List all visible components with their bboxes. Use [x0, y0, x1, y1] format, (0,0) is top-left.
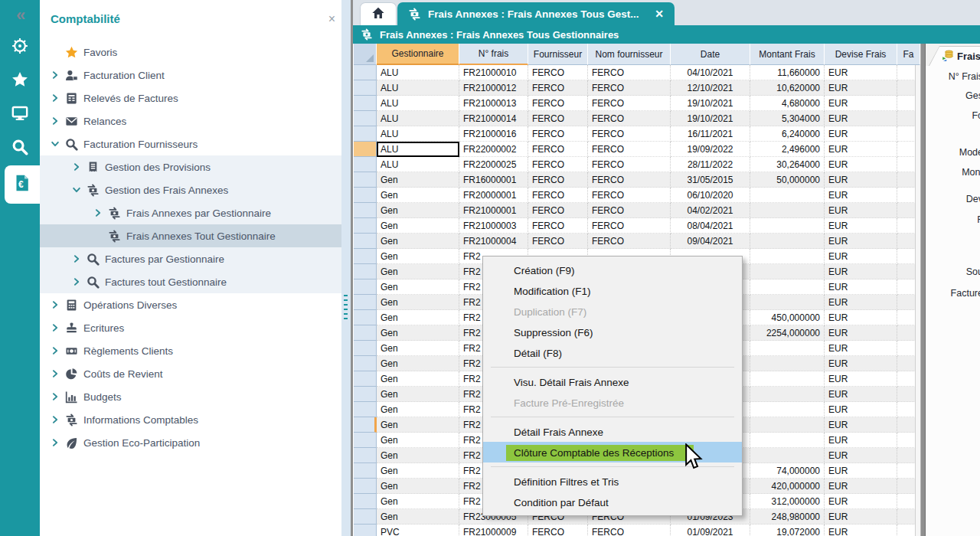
row-selector[interactable] — [354, 249, 377, 264]
cell-devise-frais[interactable]: EUR — [825, 402, 897, 417]
cell-devise-frais[interactable]: EUR — [825, 463, 897, 479]
cell-devise-frais[interactable]: EUR — [825, 234, 897, 249]
cell-montant-frais[interactable] — [750, 433, 825, 448]
col-header-nom-fournisseur[interactable]: Nom fournisseur — [588, 44, 671, 65]
nav-item-frais-annexes-tout-gestionnaire[interactable]: Frais Annexes Tout Gestionnaire — [40, 224, 341, 247]
row-selector[interactable] — [354, 111, 377, 126]
row-selector[interactable] — [354, 126, 377, 142]
cell-montant-frais[interactable]: 74,000000 — [750, 463, 825, 479]
row-selector[interactable] — [354, 203, 377, 218]
cell-nom-fournisseur[interactable]: FERCO — [588, 96, 671, 111]
chevron-right-icon[interactable] — [46, 438, 64, 447]
cell-date[interactable]: 16/11/2021 — [671, 126, 750, 142]
cell-montant-frais[interactable] — [750, 402, 825, 417]
table-row[interactable]: ALUFR22000025FERCOFERCO28/11/202230,2640… — [354, 157, 920, 172]
cell-fournisseur[interactable]: FERCO — [528, 157, 588, 172]
cell-gestionnaire[interactable]: ALU — [377, 96, 459, 111]
cell-date[interactable]: 04/02/2021 — [671, 203, 750, 218]
cell-date[interactable]: 31/05/2015 — [671, 172, 750, 188]
nav-item-r-glements-clients[interactable]: Règlements Clients — [40, 339, 341, 362]
cell-gestionnaire[interactable]: ALU — [377, 111, 459, 126]
cell-devise-frais[interactable]: EUR — [825, 111, 897, 126]
cell-montant-frais[interactable] — [750, 264, 825, 279]
cell-devise-frais[interactable]: EUR — [825, 509, 897, 525]
col-header-date[interactable]: Date — [671, 44, 750, 65]
tab-close-icon[interactable]: ✕ — [655, 8, 664, 20]
row-selector[interactable] — [354, 402, 377, 417]
panel-splitter[interactable] — [341, 0, 351, 536]
home-tab[interactable] — [360, 2, 397, 26]
row-selector[interactable] — [354, 494, 377, 509]
cell-fournisseur[interactable]: FERCO — [528, 172, 588, 188]
cell-fournisseur[interactable]: FERCO — [528, 203, 588, 218]
cell-montant-frais[interactable]: 450,000000 — [750, 310, 825, 325]
menu-item-visu-d-tail-frais-annexe[interactable]: Visu. Détail Frais Annexe — [483, 371, 742, 392]
chevron-right-icon[interactable] — [67, 162, 86, 172]
cell-devise-frais[interactable]: EUR — [825, 218, 897, 234]
cell-gestionnaire[interactable]: Gen — [377, 479, 459, 494]
cell-devise-frais[interactable]: EUR — [825, 172, 897, 188]
cell-fournisseur[interactable]: FERCO — [528, 126, 588, 142]
cell-devise-frais[interactable]: EUR — [825, 96, 897, 111]
menu-item-d-tail-f8-[interactable]: Détail (F8) — [483, 342, 742, 363]
cell-n-frais[interactable]: FR21000010 — [459, 65, 528, 80]
select-all-corner[interactable] — [354, 44, 377, 65]
cell-gestionnaire[interactable]: Gen — [377, 448, 459, 463]
menu-item-suppression-f6-[interactable]: Suppression (F6) — [483, 322, 742, 342]
cell-devise-frais[interactable]: EUR — [825, 203, 897, 218]
row-selector[interactable] — [354, 65, 377, 80]
cell-gestionnaire[interactable]: Gen — [377, 433, 459, 448]
row-selector[interactable] — [354, 264, 377, 279]
cell-n-frais[interactable]: FR21000004 — [459, 234, 528, 249]
table-row[interactable]: ALUFR21000010FERCOFERCO04/10/202111,6600… — [354, 65, 920, 80]
cell-devise-frais[interactable]: EUR — [825, 188, 897, 203]
cell-devise-frais[interactable]: EUR — [825, 65, 897, 80]
table-row[interactable]: ALUFR21000013FERCOFERCO19/10/20214,68000… — [354, 96, 920, 111]
cell-gestionnaire[interactable]: ALU — [377, 126, 459, 142]
cell-fournisseur[interactable]: FERCO — [528, 218, 588, 234]
cell-gestionnaire[interactable]: PVC — [377, 525, 459, 536]
cell-devise-frais[interactable]: EUR — [825, 479, 897, 494]
row-selector[interactable] — [354, 341, 377, 356]
table-row[interactable]: PVCFR21000009FERCOFERCO01/09/202119,0720… — [354, 525, 920, 536]
row-selector[interactable] — [354, 479, 377, 494]
cell-montant-frais[interactable]: 50,000000 — [750, 172, 825, 188]
chevron-down-icon[interactable] — [46, 139, 64, 149]
cell-devise-frais[interactable]: EUR — [825, 295, 897, 310]
cell-devise-frais[interactable]: EUR — [825, 80, 897, 96]
cell-montant-frais[interactable]: 5,304000 — [750, 111, 825, 126]
cell-n-frais[interactable]: FR21000013 — [459, 96, 528, 111]
cell-gestionnaire[interactable]: Gen — [377, 341, 459, 356]
cell-date[interactable]: 19/09/2022 — [671, 142, 750, 157]
cell-montant-frais[interactable] — [750, 279, 825, 295]
col-header-montant-frais[interactable]: Montant Frais — [750, 44, 825, 65]
cell-date[interactable]: 01/09/2021 — [671, 525, 750, 536]
cell-n-frais[interactable]: FR21000003 — [459, 218, 528, 234]
chevron-right-icon[interactable] — [46, 392, 64, 401]
table-row[interactable]: ALUFR21000012FERCOFERCO12/10/202110,6200… — [354, 80, 920, 96]
table-row[interactable]: ALUFR21000014FERCOFERCO19/10/20215,30400… — [354, 111, 920, 126]
nav-item-gestion-des-provisions[interactable]: Gestion des Provisions — [40, 155, 341, 178]
cell-devise-frais[interactable]: EUR — [825, 387, 897, 402]
row-selector[interactable] — [354, 371, 377, 387]
nav-item-facturation-client[interactable]: Facturation Client — [40, 64, 341, 87]
cell-montant-frais[interactable] — [750, 448, 825, 463]
cell-fournisseur[interactable]: FERCO — [528, 142, 588, 157]
cell-nom-fournisseur[interactable]: FERCO — [588, 218, 671, 234]
cell-montant-frais[interactable] — [750, 295, 825, 310]
row-selector[interactable] — [354, 218, 377, 234]
nav-item-relances[interactable]: Relances — [40, 109, 341, 132]
cell-montant-frais[interactable] — [750, 341, 825, 356]
cell-gestionnaire[interactable]: Gen — [377, 249, 459, 264]
table-row[interactable]: ALUFR22000002FERCOFERCO19/09/20222,49600… — [354, 142, 920, 157]
cell-montant-frais[interactable]: 19,072000 — [750, 525, 825, 536]
nav-item-budgets[interactable]: Budgets — [40, 385, 341, 408]
cell-nom-fournisseur[interactable]: FERCO — [588, 126, 671, 142]
cell-devise-frais[interactable]: EUR — [825, 371, 897, 387]
table-row[interactable]: GenFR21000001FERCOFERCO04/02/2021EUR — [354, 203, 920, 218]
nav-item-favoris[interactable]: Favoris — [40, 41, 341, 64]
rail-star-white-button[interactable] — [0, 64, 40, 98]
cell-date[interactable]: 28/11/2022 — [671, 157, 750, 172]
cell-gestionnaire[interactable]: Gen — [377, 387, 459, 402]
chevron-right-icon[interactable] — [46, 300, 64, 309]
